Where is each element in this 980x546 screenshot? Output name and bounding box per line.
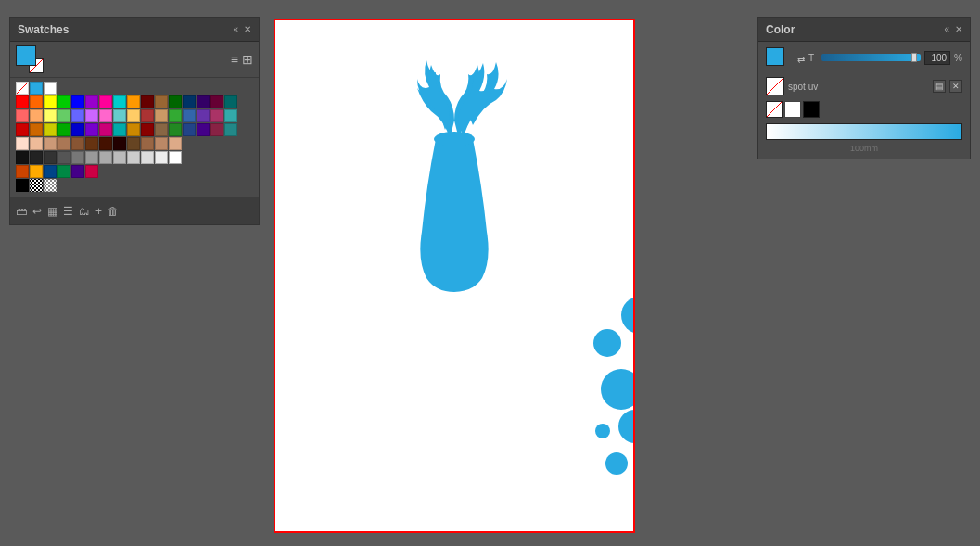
swatch-cell[interactable] [30,151,43,164]
swatch-cell[interactable] [99,109,112,122]
swatches-close-icon[interactable]: ✕ [244,24,251,34]
swatch-cell[interactable] [183,123,196,136]
swatch-cell[interactable] [16,109,29,122]
swatch-cell[interactable] [16,123,29,136]
new-swatch-icon[interactable]: ☰ [63,205,73,218]
swatch-cell[interactable] [224,95,237,108]
tint-value[interactable]: 100 [924,51,950,65]
swatch-cell[interactable] [99,123,112,136]
swatch-cell[interactable] [113,137,126,150]
swatch-cell[interactable] [16,151,29,164]
swatch-cell[interactable] [30,123,43,136]
swatch-cell[interactable] [113,151,126,164]
swatch-cell[interactable] [30,82,43,95]
swatch-cell[interactable] [44,95,57,108]
swatch-cell[interactable] [71,95,84,108]
swatch-cell[interactable] [44,123,57,136]
swatch-cell[interactable] [113,123,126,136]
mini-swatch-none[interactable] [766,101,783,118]
swatch-cell[interactable] [169,151,182,164]
swatch-pattern[interactable] [30,179,43,192]
list-view-icon[interactable]: ≡ [231,52,238,67]
swatch-cell[interactable] [44,82,57,95]
swatch-cell[interactable] [30,165,43,178]
swatch-cell[interactable] [71,137,84,150]
swatch-cell[interactable] [71,109,84,122]
swatch-cell[interactable] [210,109,223,122]
swatch-cell[interactable] [155,151,168,164]
swatch-cell[interactable] [57,151,70,164]
swatch-cell[interactable] [197,95,210,108]
swatch-cell[interactable] [169,123,182,136]
swatch-pattern[interactable] [44,179,57,192]
swatch-cell[interactable] [85,137,98,150]
library-icon[interactable]: 🗃 [16,205,27,218]
swatch-cell[interactable] [16,95,29,108]
swatch-cell[interactable] [113,109,126,122]
import-icon[interactable]: ↩ [32,205,42,218]
color-collapse-icon[interactable]: « [944,24,949,34]
color-close-icon[interactable]: ✕ [955,24,962,34]
swatch-cell[interactable] [127,123,140,136]
grid-view-icon[interactable]: ⊞ [242,52,253,67]
swatch-cell[interactable] [183,95,196,108]
swatch-cell[interactable] [44,151,57,164]
swatch-cell[interactable] [57,137,70,150]
swatch-cell[interactable] [169,95,182,108]
swatch-cell[interactable] [224,123,237,136]
swatch-cell[interactable] [99,95,112,108]
swatch-cell[interactable] [141,123,154,136]
swatch-cell[interactable] [197,109,210,122]
color-swap-icon[interactable]: ⇄ [797,55,805,65]
swatch-cell[interactable] [85,95,98,108]
swatch-cell[interactable] [71,165,84,178]
spot-icon-2[interactable]: ✕ [949,80,962,93]
swatch-cell[interactable] [57,165,70,178]
swatch-cell[interactable] [183,109,196,122]
swatch-cell[interactable] [71,123,84,136]
swatch-cell[interactable] [127,151,140,164]
swatch-cell[interactable] [57,109,70,122]
swatch-cell[interactable] [30,137,43,150]
swatch-cell[interactable] [85,151,98,164]
mini-swatch-black[interactable] [803,101,820,118]
swatch-cell[interactable] [210,95,223,108]
swatch-cell[interactable] [197,123,210,136]
add-icon[interactable]: 🗂 [79,205,90,218]
color-foreground[interactable] [766,47,784,66]
delete-icon[interactable]: 🗑 [108,205,119,218]
swatch-cell[interactable] [44,165,57,178]
swatch-cell[interactable] [141,109,154,122]
swatch-cell[interactable] [141,151,154,164]
swatch-cell[interactable] [16,165,29,178]
swatch-cell[interactable] [155,137,168,150]
tint-slider[interactable] [821,54,921,61]
swatch-none[interactable] [16,82,29,95]
swatch-cell[interactable] [127,95,140,108]
new-folder-icon[interactable]: + [95,205,102,218]
swatch-cell[interactable] [141,95,154,108]
current-swatch[interactable] [16,45,44,73]
swatch-cell[interactable] [155,95,168,108]
swatch-cell[interactable] [155,109,168,122]
swatch-cell[interactable] [127,109,140,122]
swatch-cell[interactable] [210,123,223,136]
swatch-cell[interactable] [16,179,29,192]
swatch-cell[interactable] [169,137,182,150]
spot-icon-1[interactable]: ▤ [933,80,946,93]
swatch-cell[interactable] [71,151,84,164]
swatch-cell[interactable] [113,95,126,108]
swatch-cell[interactable] [141,137,154,150]
swatch-cell[interactable] [99,137,112,150]
swatch-cell[interactable] [30,109,43,122]
swatch-cell[interactable] [30,95,43,108]
swatch-cell[interactable] [85,109,98,122]
foreground-swatch[interactable] [16,45,36,66]
swatch-cell[interactable] [224,109,237,122]
swatch-cell[interactable] [85,123,98,136]
swatch-cell[interactable] [57,95,70,108]
swatch-cell[interactable] [169,109,182,122]
mini-swatch-white[interactable] [784,101,801,118]
spot-uv-swatch[interactable] [766,77,784,95]
swatch-cell[interactable] [16,137,29,150]
